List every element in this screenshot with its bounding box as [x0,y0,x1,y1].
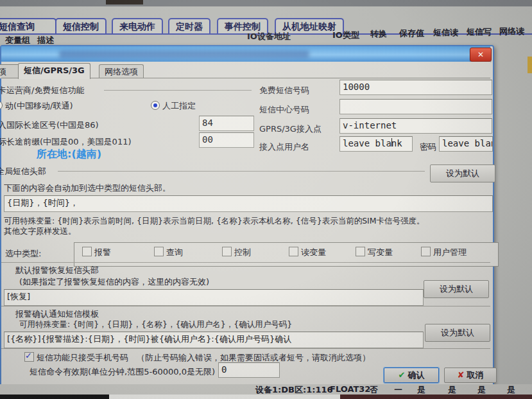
dialog-body: 项 短信/GPRS/3G 网络选项 卡运营商/免费短信功能 动(中国移动/联通)… [1,62,490,384]
sms-settings-dialog: ✕ 项 短信/GPRS/3G 网络选项 卡运营商/免费短信功能 动(中国移动/联… [0,45,494,387]
tab-network-options[interactable]: 网络选项 [99,64,144,78]
intl-code-label: 入国际长途区号(中国是86) [0,120,99,131]
text-caret [391,138,392,146]
ok-label: 确认 [408,370,425,380]
cancel-label: 取消 [467,370,484,380]
set-default-button-recover[interactable]: 设为默认 [424,280,489,298]
apn-user-label: 接入点用户名 [259,141,309,153]
type-label: 查询 [166,247,183,257]
checkbox-icon [356,247,365,256]
checkbox-icon [222,247,232,256]
checkbox-icon [289,247,298,256]
photo-edge-notch [106,0,143,4]
tab-sms-gprs-3g[interactable]: 短信/GPRS/3G [18,63,90,79]
special-vars-hint: 可用特殊变量: {时间}表示当前时间, {日期}表示当前日期, {名称}表示本机… [4,216,425,227]
type-label: 写变量 [368,247,393,257]
set-default-button-ack[interactable]: 设为默认 [425,324,490,342]
type-checkbox-query[interactable]: 查询 [154,247,183,258]
screen: 短信查询 短信控制 来电动作 定时器 事件控制 从机地址映射 变量组 描述 IO… [0,0,532,399]
intl-code-input[interactable]: 84 [199,116,254,131]
set-default-button-global[interactable]: 设为默认 [430,164,495,182]
radio-manual-carrier[interactable]: 人工指定 [151,100,196,112]
check-icon: ✔ [398,370,405,380]
dialog-title-blur [59,51,309,58]
carrier-group-line [104,90,252,91]
checkbox-icon [421,247,431,256]
tab-sms-query[interactable]: 短信查询 [0,18,56,33]
global-header-title: 全局短信头部 [0,166,46,177]
selected-types-label: 选中类型: [5,248,41,260]
col-convert[interactable]: 转换 [370,28,387,40]
apn-input[interactable]: v-internet [339,118,492,134]
recover-header-input[interactable]: [恢复] [4,289,424,306]
photo-edge-right-sliver [528,57,532,73]
ack-vars-hint: 可用特殊变量: {时间}，{日期}，{名称}，{确认用户名}，{确认用户号码} [19,319,292,330]
section-divider-1 [1,262,490,263]
table-row[interactable]: 设备1:DB区:1:116 FLOAT32 否 — 是 是 是 是 [0,384,532,395]
validity-label: 短信命令有效期(单位分钟,范围5-60000,0是无限) [30,366,215,378]
col-save-value[interactable]: 保存值 [399,28,424,39]
recover-header-hint: (如果指定了报警恢复短信的内容，这里的内容无效) [19,276,209,288]
location-text: 所在地:(越南) [37,148,101,161]
free-sms-label: 免费短信号码 [259,85,309,96]
section-divider-3 [1,348,490,349]
apn-label: GPRS/3G接入点 [259,123,322,135]
col-io-device-address[interactable]: IO设备地址 [247,31,291,42]
checked-checkbox-icon [24,352,34,362]
intl-prefix-input[interactable]: 00 [199,132,254,148]
radio-auto-label: 动(中国移动/联通) [5,101,73,111]
type-label: 读变量 [301,247,326,257]
photo-edge-bottom-left [0,395,109,399]
col-sms-read[interactable]: 短信读 [433,27,458,39]
type-label: 控制 [234,247,251,257]
photo-edge-top [0,0,532,6]
tab-sms-control[interactable]: 短信控制 [55,18,107,33]
free-sms-input[interactable]: 10000 [339,80,492,95]
x-icon: ✘ [457,370,464,380]
type-label: 用户管理 [433,247,467,257]
password-label: 密码 [420,141,436,153]
apn-user-input[interactable]: leave blank [339,136,413,152]
close-icon[interactable]: ✕ [470,48,492,62]
global-header-input[interactable]: {日期}，{时间}， [4,195,493,212]
photo-edge-bottom-mid [109,395,340,399]
mobile-only-label: 短信功能只接受手机号码 （防止号码输入错误，如果需要固话或者短号，请取消此选项） [37,353,370,362]
validity-input[interactable]: 0 [218,362,280,378]
col-net-read[interactable]: 网络读 [499,26,524,37]
type-checkbox-user-mgmt[interactable]: 用户管理 [421,247,467,258]
radio-manual-label: 人工指定 [162,101,196,111]
tab-incoming-call-action[interactable]: 来电动作 [112,18,163,33]
mobile-only-checkbox[interactable]: 短信功能只接受手机号码 （防止号码输入错误，如果需要固话或者短号，请取消此选项） [24,352,370,364]
cancel-button[interactable]: ✘ 取消 [444,368,497,383]
tab-timer[interactable]: 定时器 [168,18,210,33]
sms-center-label: 短信中心号码 [259,104,309,116]
intl-prefix-label: 际长途前缀(中国是00，美国是011) [0,136,132,148]
section-divider-2 [1,306,490,306]
cell-save-value: — [394,384,402,394]
dialog-titlebar[interactable]: ✕ [1,46,490,62]
cell-io-type: FLOAT32 [330,384,370,394]
photo-edge-bottom-right [340,395,532,399]
carrier-group-title: 卡运营商/免费短信功能 [0,85,84,96]
col-sms-write[interactable]: 短信写 [467,26,492,38]
global-header-line [58,171,425,172]
type-checkbox-write-var[interactable]: 写变量 [356,247,393,258]
password-input[interactable]: leave blank [439,136,493,152]
ack-template-title: 报警确认通知短信模板 [15,308,99,320]
col-io-type[interactable]: IO类型 [332,30,359,41]
type-checkbox-alarm[interactable]: 报警 [82,247,111,258]
sms-center-input[interactable] [339,99,492,114]
radio-auto-carrier[interactable]: 动(中国移动/联通) [0,100,73,112]
type-label: 报警 [94,247,111,257]
global-header-hint: 下面的内容会自动加到选中类型的短信头部。 [4,182,171,194]
checkbox-icon [154,247,164,256]
recover-header-title: 默认报警恢复短信头部 [15,265,99,276]
ok-button[interactable]: ✔ 确认 [384,368,439,383]
radio-selected-icon [151,101,160,110]
ack-template-input[interactable]: [{名称}]{报警描述}:{日期}，{时间}被{确认用户名}:{确认用户号码}确… [4,332,424,348]
special-vars-hint2: 其他文字原样发送。 [4,226,76,237]
type-checkbox-control[interactable]: 控制 [222,247,251,258]
checkbox-icon [82,247,92,256]
type-checkbox-read-var[interactable]: 读变量 [289,247,326,258]
radio-icon [0,101,3,110]
